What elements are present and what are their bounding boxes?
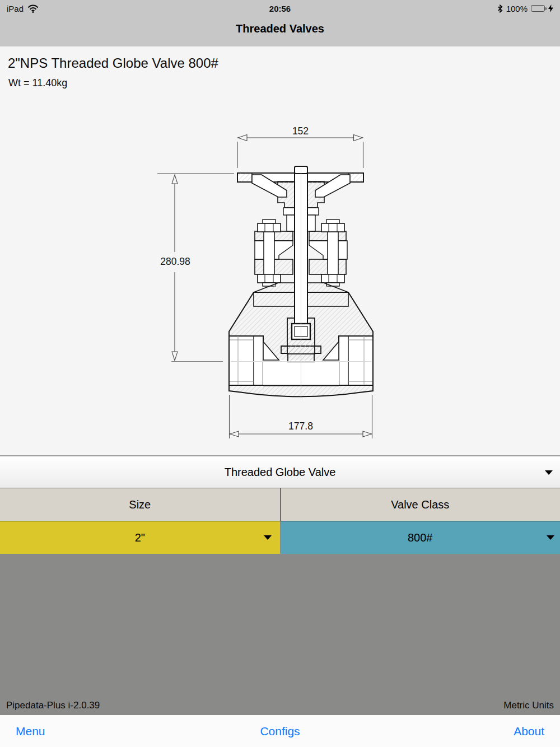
valve-type-picker[interactable]: Threaded Globe Valve [0, 456, 560, 488]
top-chrome: iPad 20:56 100% [0, 0, 560, 46]
dimension-face-to-face [230, 395, 372, 438]
size-value: 2" [135, 531, 145, 544]
battery-icon [531, 5, 545, 12]
menu-button[interactable]: Menu [16, 725, 192, 738]
valve-weight-label: Wt = 11.40kg [0, 71, 560, 89]
selector-header-row: Size Valve Class [0, 488, 560, 521]
clock: 20:56 [130, 4, 430, 13]
dim-label-280: 280.98 [160, 256, 190, 267]
dimension-handwheel-width [237, 135, 363, 169]
valve-technical-drawing: 152 280.98 177.8 [151, 112, 409, 448]
app-version-label: Pipedata-Plus i-2.0.39 [6, 700, 100, 711]
size-column-header: Size [0, 488, 281, 521]
app-window: iPad 20:56 100% [0, 0, 560, 747]
carrier-label: iPad [7, 4, 24, 13]
battery-percent-label: 100% [506, 4, 528, 13]
size-value-cell[interactable]: 2" [0, 521, 281, 554]
about-button[interactable]: About [368, 725, 544, 738]
valve-heading: 2"NPS Threaded Globe Valve 800# [0, 46, 560, 71]
valve-type-value: Threaded Globe Valve [225, 466, 336, 479]
chevron-down-icon [264, 535, 272, 540]
valve-section [229, 166, 373, 400]
valve-class-value-cell[interactable]: 800# [281, 521, 560, 554]
bottom-toolbar: Menu Configs About [0, 715, 560, 747]
footer-panel: Pipedata-Plus i-2.0.39 Metric Units [0, 554, 560, 715]
status-left: iPad [7, 4, 130, 13]
configs-button[interactable]: Configs [192, 725, 368, 738]
wifi-icon [27, 4, 39, 13]
units-label: Metric Units [503, 700, 554, 711]
dim-label-152: 152 [292, 125, 309, 137]
chevron-down-icon [545, 470, 553, 475]
chevron-down-icon [547, 535, 554, 540]
selector-value-row: 2" 800# [0, 521, 560, 554]
page-title: Threaded Valves [0, 17, 560, 35]
status-right: 100% [430, 4, 553, 13]
valve-class-value: 800# [408, 531, 433, 544]
drawing-panel: 2"NPS Threaded Globe Valve 800# Wt = 11.… [0, 46, 560, 456]
dim-label-177: 177.8 [288, 421, 313, 432]
battery-nub [545, 7, 547, 10]
status-bar: iPad 20:56 100% [0, 0, 560, 17]
dimension-height [157, 174, 234, 362]
charging-bolt-icon [548, 4, 553, 12]
bluetooth-icon [497, 4, 503, 13]
valve-class-column-header: Valve Class [281, 488, 560, 521]
